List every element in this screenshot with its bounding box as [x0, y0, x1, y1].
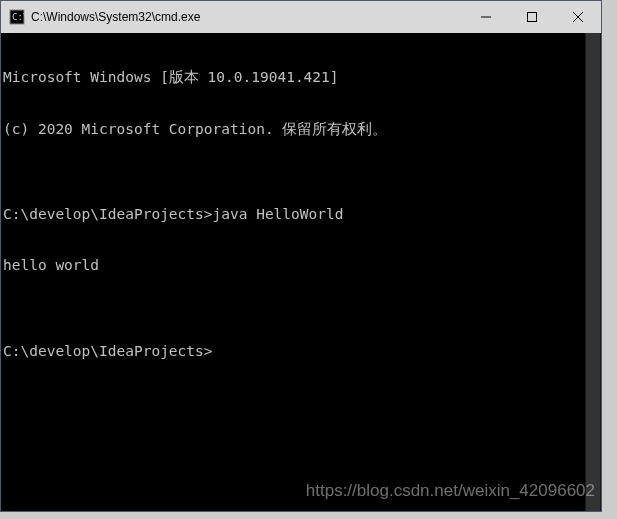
terminal-line: Microsoft Windows [版本 10.0.19041.421] [3, 69, 601, 86]
vertical-scrollbar[interactable] [585, 33, 601, 511]
svg-text:C:\: C:\ [12, 12, 25, 22]
terminal-output[interactable]: Microsoft Windows [版本 10.0.19041.421] (c… [1, 33, 601, 511]
terminal-line: C:\develop\IdeaProjects> [3, 343, 601, 360]
terminal-line: C:\develop\IdeaProjects>java HelloWorld [3, 206, 601, 223]
window-title: C:\Windows\System32\cmd.exe [31, 10, 463, 24]
maximize-button[interactable] [509, 1, 555, 33]
terminal-line: hello world [3, 257, 601, 274]
window-controls [463, 1, 601, 33]
cmd-icon: C:\ [9, 9, 25, 25]
terminal-line: (c) 2020 Microsoft Corporation. 保留所有权利。 [3, 121, 601, 138]
svg-rect-3 [528, 13, 537, 22]
cmd-window: C:\ C:\Windows\System32\cmd.exe Microsof… [0, 0, 602, 512]
close-button[interactable] [555, 1, 601, 33]
minimize-button[interactable] [463, 1, 509, 33]
titlebar[interactable]: C:\ C:\Windows\System32\cmd.exe [1, 1, 601, 33]
scrollbar-thumb[interactable] [586, 33, 600, 511]
